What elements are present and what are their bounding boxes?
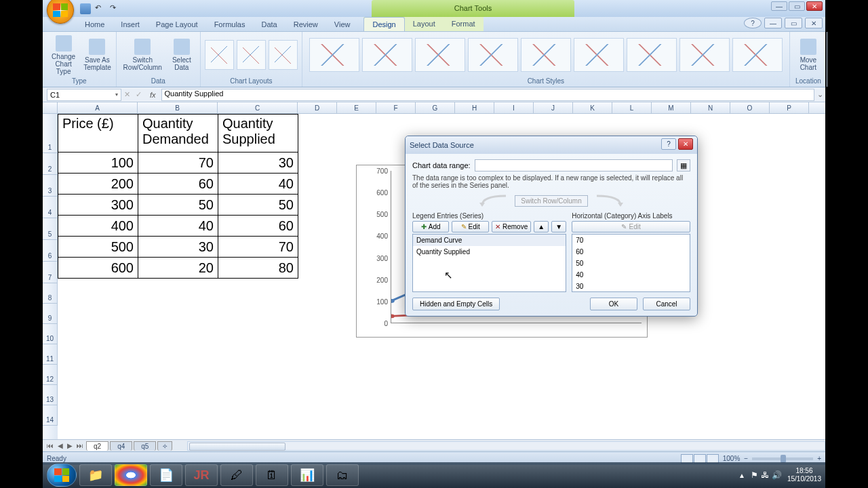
tray-icon[interactable]: ⚑ <box>751 470 758 480</box>
tab-design[interactable]: Design <box>363 17 404 31</box>
tab-data[interactable]: Data <box>253 18 285 31</box>
formula-input[interactable]: Quantity Supplied <box>161 89 814 101</box>
save-as-template-button[interactable]: Save As Template <box>83 37 111 73</box>
data-table[interactable]: Price (£)Quantity DemandedQuantity Suppl… <box>58 114 298 279</box>
chart-layout-thumb[interactable] <box>269 40 298 70</box>
sheet-tab-q2[interactable]: q2 <box>86 441 108 451</box>
column-header[interactable]: O <box>730 102 770 113</box>
tab-formulas[interactable]: Formulas <box>206 18 254 31</box>
sheet-tab-new[interactable]: ✧ <box>157 441 172 451</box>
start-button[interactable] <box>47 464 77 487</box>
tab-view[interactable]: View <box>326 18 359 31</box>
add-series-button[interactable]: ✚Add <box>412 221 449 232</box>
move-series-up-button[interactable]: ▲ <box>534 221 549 232</box>
select-data-button[interactable]: Select Data <box>167 37 196 73</box>
column-header[interactable]: A <box>58 102 138 113</box>
horizontal-scrollbar[interactable] <box>187 441 825 451</box>
zoom-in-button[interactable]: + <box>817 455 821 462</box>
row-header[interactable]: 3 <box>43 175 58 197</box>
row-header[interactable]: 13 <box>43 385 58 405</box>
row-header[interactable]: 14 <box>43 405 58 426</box>
maximize-button[interactable]: ▭ <box>789 1 805 11</box>
tray-volume-icon[interactable]: 🔊 <box>772 470 782 480</box>
tab-review[interactable]: Review <box>285 18 326 31</box>
taskbar-jr-icon[interactable]: JR <box>185 464 218 486</box>
minimize-button[interactable]: — <box>771 1 787 11</box>
tab-insert[interactable]: Insert <box>113 18 148 31</box>
tab-format[interactable]: Format <box>443 17 484 31</box>
chart-style-thumb[interactable] <box>574 38 624 72</box>
chart-style-thumb[interactable] <box>732 38 783 72</box>
list-item[interactable]: 60 <box>572 246 690 258</box>
chart-style-thumb[interactable] <box>521 38 571 72</box>
ribbon-minimize-icon[interactable]: — <box>764 18 782 28</box>
row-header[interactable]: 12 <box>43 365 58 385</box>
tab-home[interactable]: Home <box>77 18 113 31</box>
edit-axis-labels-button[interactable]: ✎Edit <box>572 221 690 232</box>
zoom-level[interactable]: 100% <box>723 455 741 462</box>
sheet-tab-q5[interactable]: q5 <box>134 441 156 451</box>
column-header[interactable]: B <box>138 102 218 113</box>
formula-expand-icon[interactable]: ⌄ <box>814 90 825 99</box>
list-item[interactable]: Quantity Supplied <box>413 246 566 258</box>
undo-icon[interactable]: ↶ <box>95 3 106 14</box>
change-chart-type-button[interactable]: Change Chart Type <box>47 34 80 77</box>
switch-row-column-button[interactable]: Switch Row/Column <box>121 37 165 73</box>
column-header[interactable]: D <box>298 102 337 113</box>
list-item[interactable]: Demand Curve <box>413 235 566 246</box>
tray-expand-icon[interactable]: ▲ <box>738 472 745 479</box>
sheet-tab-q4[interactable]: q4 <box>110 441 132 451</box>
zoom-out-button[interactable]: − <box>744 455 748 462</box>
column-header[interactable]: I <box>494 102 534 113</box>
chart-style-thumb[interactable] <box>309 38 359 72</box>
chart-data-range-input[interactable] <box>475 159 673 171</box>
column-header[interactable]: L <box>612 102 652 113</box>
name-box[interactable]: C1 <box>47 89 121 101</box>
tray-clock[interactable]: 18:56 15/10/2013 <box>787 467 821 483</box>
sheet-nav-prev-icon[interactable]: ◀ <box>56 442 64 449</box>
chart-style-thumb[interactable] <box>468 38 518 72</box>
column-header[interactable]: E <box>337 102 376 113</box>
row-header[interactable]: 11 <box>43 344 58 365</box>
tab-layout[interactable]: Layout <box>405 17 443 31</box>
list-item[interactable]: 50 <box>572 258 690 269</box>
taskbar-chrome-icon[interactable] <box>115 464 147 486</box>
column-header[interactable]: P <box>770 102 809 113</box>
dialog-close-button[interactable]: ✕ <box>678 138 693 150</box>
axis-labels-listbox[interactable]: 7060504030 <box>572 234 690 292</box>
cancel-formula-icon[interactable]: ✕ <box>124 90 130 99</box>
system-tray[interactable]: ▲ ⚑ 🖧 🔊 18:56 15/10/2013 <box>738 467 821 483</box>
fx-icon[interactable]: fx <box>150 91 156 99</box>
row-header[interactable]: 10 <box>43 324 58 344</box>
dialog-titlebar[interactable]: Select Data Source ? ✕ <box>406 136 697 154</box>
chart-style-thumb[interactable] <box>362 38 412 72</box>
column-header[interactable]: K <box>573 102 612 113</box>
remove-series-button[interactable]: ✕Remove <box>492 221 531 232</box>
row-header[interactable]: 1 <box>43 114 58 153</box>
tray-network-icon[interactable]: 🖧 <box>761 470 769 480</box>
zoom-slider[interactable] <box>752 458 813 460</box>
taskbar-excel-icon[interactable]: 📊 <box>291 464 323 486</box>
ok-button[interactable]: OK <box>590 298 637 310</box>
chart-layout-thumb[interactable] <box>205 40 234 70</box>
taskbar-app4-icon[interactable]: 🗂 <box>326 464 359 486</box>
column-header[interactable]: F <box>376 102 416 113</box>
range-selector-button[interactable]: ▦ <box>677 159 690 171</box>
hidden-empty-cells-button[interactable]: Hidden and Empty Cells <box>412 298 500 310</box>
column-header[interactable]: C <box>218 102 298 113</box>
list-item[interactable]: 70 <box>572 235 690 246</box>
column-header[interactable]: G <box>416 102 455 113</box>
sheet-nav-last-icon[interactable]: ⏭ <box>75 442 85 449</box>
cancel-button[interactable]: Cancel <box>643 298 690 310</box>
taskbar-explorer-icon[interactable]: 📁 <box>79 464 112 486</box>
move-chart-button[interactable]: Move Chart <box>794 37 823 73</box>
taskbar-app-icon[interactable]: 📄 <box>150 464 182 486</box>
row-header[interactable]: 2 <box>43 153 58 175</box>
row-header[interactable]: 7 <box>43 262 58 283</box>
column-header[interactable]: N <box>691 102 730 113</box>
chart-style-thumb[interactable] <box>679 38 730 72</box>
row-header[interactable]: 4 <box>43 197 58 218</box>
save-icon[interactable] <box>80 3 91 14</box>
row-header[interactable]: 9 <box>43 304 58 324</box>
dialog-help-button[interactable]: ? <box>661 138 676 150</box>
